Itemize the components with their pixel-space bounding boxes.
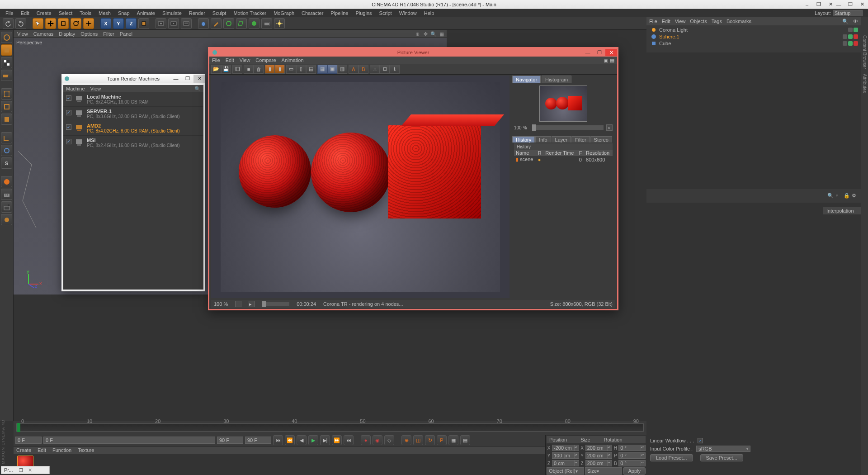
layout-2-icon[interactable]: ▯ <box>296 65 306 74</box>
scale-tool[interactable] <box>58 18 69 29</box>
filter-full-icon[interactable]: ▦ <box>317 65 327 74</box>
start-frame-field[interactable]: 0 F <box>15 437 42 444</box>
menu-window[interactable]: Window <box>396 10 420 17</box>
pv-menu-edit[interactable]: Edit <box>226 57 234 63</box>
obj-menu-edit[interactable]: Edit <box>662 19 670 24</box>
trm-minimize[interactable]: — <box>170 75 182 83</box>
stereo-tab[interactable]: Stereo <box>590 136 612 142</box>
search-icon[interactable]: 🔍 <box>842 19 849 24</box>
render-settings-button[interactable] <box>181 18 192 29</box>
vp-menu-filter[interactable]: Filter <box>103 31 114 37</box>
undo-button[interactable] <box>3 18 14 29</box>
menu-character[interactable]: Character <box>298 10 327 17</box>
info-tab[interactable]: Info <box>535 136 551 142</box>
x-axis-lock[interactable]: X <box>100 18 111 29</box>
pv-maximize[interactable]: ❐ <box>594 49 605 56</box>
next-frame-button[interactable]: ▶| <box>320 435 330 445</box>
stop-icon[interactable]: ■ <box>244 65 254 74</box>
mat-menu-texture[interactable]: Texture <box>78 447 94 453</box>
ab-toggle-a[interactable]: ▮ <box>265 65 275 74</box>
vp-menu-cameras[interactable]: Cameras <box>33 31 54 37</box>
rot-b-field[interactable]: 0 °▴▾ <box>618 460 646 466</box>
edges-mode[interactable] <box>1 101 12 112</box>
play-button[interactable]: ▶ <box>308 435 318 445</box>
trm-enable-checkbox[interactable]: ✓ <box>66 95 71 101</box>
ab-toggle-b[interactable]: ▮ <box>275 65 285 74</box>
layout-dropdown[interactable]: Startup <box>833 10 863 16</box>
apply-button[interactable]: Apply <box>623 467 646 475</box>
object-row[interactable]: Cube <box>649 40 858 47</box>
dock-icon[interactable]: ▣ <box>604 57 608 63</box>
rot-key-button[interactable]: ↻ <box>425 435 435 445</box>
pos-key-button[interactable]: ⊕ <box>401 435 411 445</box>
filter-region-icon[interactable]: ▣ <box>327 65 337 74</box>
layout-1-icon[interactable]: ▭ <box>286 65 296 74</box>
size-mode-dropdown[interactable]: Size ▾ <box>585 467 623 475</box>
locked-workplane[interactable] <box>1 189 12 200</box>
pos-y-field[interactable]: 100 cm▴▾ <box>552 452 579 459</box>
menu-mograph[interactable]: MoGraph <box>270 10 298 17</box>
obj-menu-tags[interactable]: Tags <box>712 19 722 24</box>
trm-machine-row[interactable]: ✓ SERVER-1PC, 8x3.6GHz, 32.00 GB RAM, (S… <box>63 107 203 121</box>
gear-icon[interactable]: ⚙ <box>852 193 858 199</box>
pv-menu-file[interactable]: File <box>212 57 220 63</box>
layer-tab[interactable]: Layer <box>552 136 571 142</box>
navigator-thumb[interactable] <box>539 86 587 122</box>
texture-mode[interactable] <box>1 57 12 68</box>
param-key-button[interactable]: P <box>437 435 447 445</box>
film-icon[interactable]: 🎞 <box>232 65 242 74</box>
open-icon[interactable]: 📂 <box>211 65 221 74</box>
menu-script[interactable]: Script <box>376 10 396 17</box>
misc-tool[interactable] <box>1 214 12 225</box>
history-row[interactable]: ▮ scene ● 0 800x600 <box>514 156 613 163</box>
render-pv-button[interactable] <box>168 18 179 29</box>
trm-menu-view[interactable]: View <box>90 86 101 91</box>
zoom-lock-icon[interactable] <box>235 301 241 307</box>
playhead[interactable] <box>17 423 20 432</box>
end-frame-field[interactable]: 90 F <box>245 437 271 444</box>
coord-system-button[interactable] <box>138 18 149 29</box>
rot-h-field[interactable]: 0 °▴▾ <box>618 445 646 451</box>
obj-menu-view[interactable]: View <box>675 19 686 24</box>
menu-help[interactable]: Help <box>420 10 438 17</box>
trm-machine-row[interactable]: ✓ MSIPC, 8x2.4GHz, 16.00 GB RAM, (Studio… <box>63 136 203 150</box>
nav-icon[interactable]: ⊞ <box>380 65 390 74</box>
make-editable-button[interactable] <box>1 32 12 43</box>
menu-render[interactable]: Render <box>185 10 209 17</box>
clear-icon[interactable]: 🗑 <box>254 65 264 74</box>
deformer-button[interactable] <box>236 18 247 29</box>
snap-toggle[interactable]: S <box>1 157 12 169</box>
redo-button[interactable] <box>15 18 26 29</box>
lock-icon[interactable]: 🔒 <box>844 193 850 199</box>
trm-enable-checkbox[interactable]: ✓ <box>66 110 71 115</box>
environment-button[interactable] <box>249 18 259 29</box>
save-icon[interactable]: 💾 <box>221 65 231 74</box>
layout-3-icon[interactable]: ▤ <box>306 65 316 74</box>
coord-mode-dropdown[interactable]: Object (Rel) ▾ <box>547 467 584 475</box>
vp-menu-options[interactable]: Options <box>80 31 98 37</box>
pv-menu-animation[interactable]: Animation <box>282 57 304 63</box>
menu-animate[interactable]: Animate <box>133 10 159 17</box>
eye-icon[interactable]: 👁 <box>853 19 858 24</box>
menu-select[interactable]: Select <box>55 10 76 17</box>
color-profile-dropdown[interactable]: sRGB <box>696 446 750 452</box>
planar-workplane[interactable] <box>1 201 12 213</box>
prev-frame-button[interactable]: ◀ <box>297 435 307 445</box>
zoom-fit-icon[interactable]: ▸ <box>606 124 613 131</box>
y-axis-lock[interactable]: Y <box>113 18 124 29</box>
scale-key-button[interactable]: ◫ <box>413 435 423 445</box>
trm-close[interactable]: ✕ <box>193 75 205 83</box>
z-axis-lock[interactable]: Z <box>126 18 137 29</box>
vp-nav-icon[interactable]: ⊕ <box>414 31 420 37</box>
info-icon[interactable]: ℹ <box>390 65 400 74</box>
obj-menu-file[interactable]: File <box>649 19 657 24</box>
pos-x-field[interactable]: -200 cm▴▾ <box>552 445 579 451</box>
vp-zoom-icon[interactable]: 🔍 <box>430 31 437 37</box>
size-x-field[interactable]: 200 cm▴▾ <box>585 445 613 451</box>
menu-pipeline[interactable]: Pipeline <box>327 10 352 17</box>
vp-layout-icon[interactable]: ▦ <box>439 31 445 37</box>
render-view-button[interactable] <box>156 18 166 29</box>
pv-render-view[interactable] <box>211 76 509 298</box>
inner-minimize[interactable]: – <box>801 0 813 9</box>
menu-sculpt[interactable]: Sculpt <box>209 10 230 17</box>
